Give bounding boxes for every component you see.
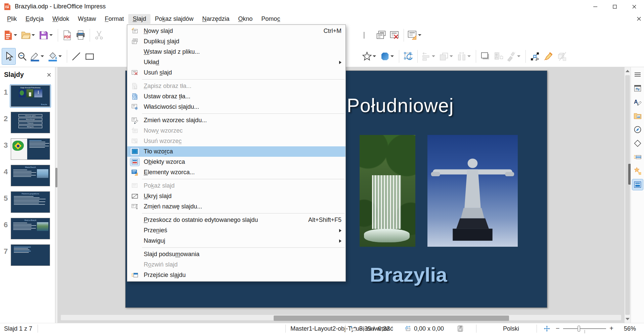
slide-thumbnail-5[interactable]: Położenie geograficzne (10, 191, 51, 213)
dropdown-caret-icon[interactable] (41, 55, 44, 57)
horizontal-scrollbar-thumb[interactable] (274, 316, 509, 321)
new-presentation-button[interactable] (2, 27, 20, 43)
panel-close-icon[interactable] (46, 72, 52, 78)
menubar-item-widok[interactable]: Widok (48, 14, 74, 24)
zoom-percent[interactable]: 56% (624, 325, 636, 332)
slide-thumbnail-1[interactable]: Kraje Ameryki PołudniowejBrazylia (10, 85, 51, 107)
zoom-slider[interactable]: − + (556, 325, 613, 332)
menu-item-przejscie-slajdu[interactable]: Przejście slajdu (127, 270, 346, 280)
sidebar-tab-transitions[interactable] (632, 165, 643, 176)
print-button[interactable] (74, 27, 87, 43)
zoom-in-icon[interactable]: + (609, 325, 613, 332)
export-pdf-button[interactable]: PDF (60, 27, 74, 43)
language-status[interactable]: Polski (503, 325, 519, 332)
menu-item-ustaw-obraz-tla[interactable]: Ustaw obraz tła... (127, 91, 346, 102)
maximize-button[interactable] (605, 0, 625, 13)
slide-thumbnail-4[interactable]: Miasta Brazylii (10, 164, 51, 187)
highlighter-button[interactable] (542, 48, 555, 64)
zoom-out-icon[interactable]: − (556, 325, 560, 332)
glue-points-button[interactable] (528, 48, 542, 64)
slide-thumbnail-2[interactable]: Informacje ogólneMiasta BrazyliiPołożeni… (10, 111, 51, 134)
select-button[interactable] (2, 48, 15, 64)
menu-item-zmien-wzorzec-slajdu[interactable]: Zmień wzorzec slajdu... (127, 115, 346, 126)
zoom-slider-thumb[interactable] (578, 326, 580, 332)
shadow-button[interactable] (478, 48, 492, 64)
minimize-button[interactable] (586, 0, 605, 13)
sidebar-tab-gallery[interactable] (632, 110, 643, 121)
waterfall-image[interactable] (360, 135, 415, 247)
sidebar-tab-master-slides[interactable] (632, 179, 643, 190)
christ-statue-image[interactable] (427, 135, 518, 247)
menu-item-zmien-nazwe-slajdu[interactable]: Zmień nazwę slajdu... (127, 201, 346, 212)
menu-item-usun-slajd[interactable]: Usuń slajd (127, 67, 346, 78)
dropdown-caret-icon[interactable] (432, 55, 435, 57)
menu-item-przenies[interactable]: Przenieś (127, 225, 346, 236)
menubar-item-format[interactable]: Format (100, 14, 128, 24)
menu-item-wstaw-slajd-z-pliku[interactable]: Wstaw slajd z pliku... (127, 47, 346, 57)
slide-thumbnail-3[interactable] (10, 138, 51, 160)
open-button[interactable] (20, 27, 38, 43)
sidebar-tab-navigator[interactable] (632, 124, 643, 135)
dropdown-caret-icon[interactable] (373, 55, 376, 57)
star-shapes-button[interactable] (361, 48, 379, 64)
menu-item-nawiguj[interactable]: Nawiguj (127, 236, 346, 246)
scroll-up-icon[interactable] (626, 70, 630, 72)
dropdown-caret-icon[interactable] (467, 55, 471, 57)
menu-item-wlasciwosci-slajdu[interactable]: Właściwości slajdu... (127, 102, 346, 112)
zoom-button[interactable] (15, 48, 29, 64)
dropdown-caret-icon[interactable] (14, 34, 17, 36)
caret-only-button[interactable] (361, 27, 374, 43)
vertical-scrollbar-thumb[interactable] (625, 75, 630, 315)
menubar-item-wstaw[interactable]: Wstaw (74, 14, 100, 24)
menubar-item-pokaz-slajdow[interactable]: Pokaz slajdów (150, 14, 198, 24)
close-document-icon[interactable] (636, 16, 642, 22)
line-color-button[interactable] (29, 48, 47, 64)
close-button[interactable] (625, 0, 644, 13)
fit-slide-button[interactable] (543, 325, 553, 332)
menubar-item-okno[interactable]: Okno (234, 14, 257, 24)
dropdown-caret-icon[interactable] (450, 55, 453, 57)
menu-item-nowy-slajd[interactable]: Nowy slajdCtrl+M (127, 26, 346, 36)
menu-item-obiekty-wzorca[interactable]: Obiekty wzorca (127, 157, 346, 167)
slide-thumbnail-6[interactable]: Rzeki w Brazylii (10, 217, 51, 240)
sidebar-collapse-handle[interactable] (628, 164, 631, 185)
threed-objects-button[interactable] (379, 48, 397, 64)
horizontal-scrollbar[interactable] (61, 315, 621, 320)
unsaved-changes-indicator[interactable] (457, 325, 466, 332)
dropdown-caret-icon[interactable] (58, 55, 62, 57)
sidebar-tab-shapes[interactable] (632, 138, 643, 149)
dropdown-caret-icon[interactable] (418, 34, 421, 36)
rectangle-button[interactable] (83, 48, 96, 64)
sidebar-tab-styles[interactable]: A (632, 97, 643, 107)
dropdown-caret-icon[interactable] (49, 34, 53, 36)
menu-item-slajd-podsumowania[interactable]: Slajd podsumowania (127, 249, 346, 259)
menubar-item-edycja[interactable]: Edycja (21, 14, 48, 24)
line-button[interactable] (70, 48, 83, 64)
duplicate-slide-button[interactable] (374, 27, 388, 43)
delete-slide-button[interactable] (388, 27, 401, 43)
menubar-item-slajd[interactable]: Slajd (128, 14, 150, 24)
menubar-item-narzedzia[interactable]: Narzędzia (198, 14, 234, 24)
master-slide-button[interactable] (406, 27, 424, 43)
sidebar-tab-sidebar-menu[interactable] (632, 69, 643, 80)
menu-item-duplikuj-slajd[interactable]: Duplikuj slajd (127, 36, 346, 47)
menu-item-zapisz-obraz-tla: Zapisz obraz tła... (127, 81, 346, 91)
menu-item-uklad[interactable]: Układ (127, 57, 346, 67)
menu-item-przeskocz-do-ostatnio-edytowanego-slajdu[interactable]: Przeskocz do ostatnio edytowanego slajdu… (127, 215, 346, 225)
menu-item-tlo-wzorca[interactable]: Tło wzorca (127, 146, 346, 157)
sidebar-tab-animation[interactable] (632, 152, 643, 162)
dropdown-caret-icon[interactable] (32, 34, 35, 36)
menubar-item-plik[interactable]: Plik (3, 14, 21, 24)
slide-thumbnail-7[interactable] (10, 244, 51, 267)
dropdown-caret-icon[interactable] (517, 55, 520, 57)
save-button[interactable] (38, 27, 55, 43)
fill-color-button[interactable] (47, 48, 64, 64)
menubar-item-pomoc[interactable]: Pomoc (257, 14, 284, 24)
scroll-down-icon[interactable] (626, 318, 630, 320)
rotate-button[interactable] (402, 48, 415, 64)
menu-item-ukryj-slajd[interactable]: Ukryj slajd (127, 191, 346, 201)
menu-item-elementy-wzorca[interactable]: Elementy wzorca... (127, 167, 346, 178)
vertical-scrollbar[interactable] (625, 67, 631, 323)
dropdown-caret-icon[interactable] (390, 55, 394, 57)
sidebar-tab-properties[interactable] (632, 83, 643, 94)
